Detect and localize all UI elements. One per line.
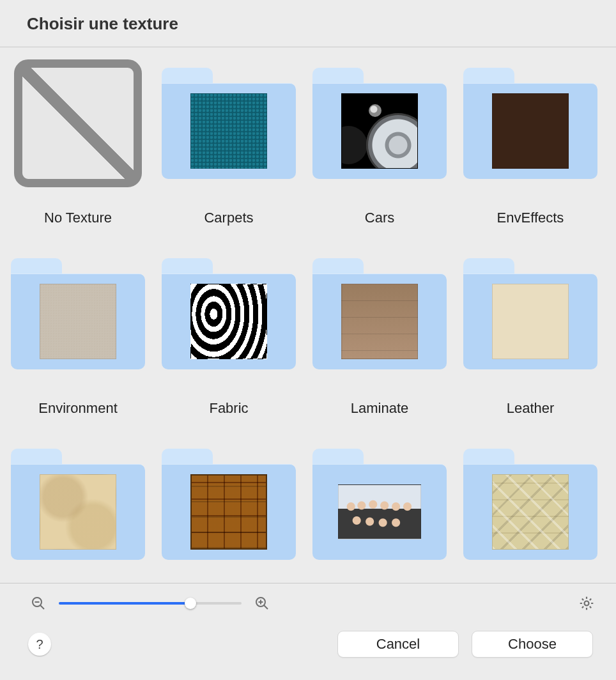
svg-point-7: [585, 601, 589, 606]
folder-icon: [11, 449, 145, 560]
texture-item-no-texture[interactable]: No Texture: [8, 56, 148, 228]
zoom-in-icon[interactable]: [253, 594, 271, 612]
texture-item-enveffects[interactable]: EnvEffects: [460, 56, 601, 228]
content-frame: No TextureCarpetsCarsEnvEffectsEnvironme…: [0, 47, 616, 583]
choose-button[interactable]: Choose: [472, 631, 593, 658]
slider-thumb[interactable]: [185, 598, 196, 609]
texture-swatch: [492, 93, 569, 169]
texture-label: No Texture: [44, 210, 112, 228]
texture-swatch: [190, 284, 267, 359]
folder-icon: [463, 449, 597, 560]
svg-line-1: [40, 605, 44, 609]
texture-label: Fabric: [209, 400, 248, 418]
texture-label: Leather: [507, 400, 555, 418]
texture-thumbnail: [312, 247, 447, 381]
texture-item-parquet[interactable]: [158, 437, 299, 583]
texture-swatch: [492, 474, 569, 550]
cancel-button[interactable]: Cancel: [337, 631, 459, 658]
texture-chooser-window: Choisir une texture No TextureCarpetsCar…: [0, 0, 616, 680]
texture-thumbnail: [162, 437, 296, 571]
texture-thumbnail: [463, 247, 597, 381]
folder-icon: [463, 68, 597, 179]
texture-swatch: [190, 93, 267, 169]
texture-label: Carpets: [204, 210, 253, 228]
texture-swatch: [40, 474, 116, 550]
texture-thumbnail: [312, 437, 447, 571]
window-title: Choisir une texture: [0, 0, 616, 47]
texture-thumbnail: [11, 247, 145, 381]
zoom-out-icon[interactable]: [29, 594, 47, 612]
texture-item-environment[interactable]: Environment: [8, 247, 148, 418]
texture-scroll-area[interactable]: No TextureCarpetsCarsEnvEffectsEnvironme…: [0, 47, 616, 583]
texture-swatch: [341, 93, 418, 169]
texture-thumbnail: [463, 437, 597, 571]
texture-item-cars[interactable]: Cars: [309, 56, 450, 228]
folder-icon: [162, 258, 296, 369]
texture-thumbnail: [463, 56, 597, 190]
texture-grid: No TextureCarpetsCarsEnvEffectsEnvironme…: [0, 47, 616, 583]
texture-item-leather[interactable]: Leather: [460, 247, 601, 418]
folder-icon: [312, 258, 447, 369]
texture-item-carpets[interactable]: Carpets: [158, 56, 299, 228]
folder-icon: [162, 68, 296, 179]
folder-icon: [11, 258, 145, 369]
texture-thumbnail: [11, 56, 145, 190]
texture-thumbnail: [312, 56, 447, 190]
texture-label: Cars: [365, 210, 394, 228]
svg-line-4: [264, 605, 268, 609]
texture-thumbnail: [162, 247, 296, 381]
help-button[interactable]: ?: [28, 633, 51, 656]
gear-icon[interactable]: [578, 594, 596, 612]
texture-label: Laminate: [351, 400, 409, 418]
folder-icon: [463, 258, 597, 369]
texture-label: Environment: [38, 400, 118, 418]
texture-swatch: [338, 484, 421, 539]
texture-item-fabric[interactable]: Fabric: [158, 247, 299, 418]
slider-fill: [59, 602, 190, 605]
folder-icon: [312, 449, 447, 560]
no-texture-icon: [14, 59, 142, 187]
dialog-footer: ? Cancel Choose: [0, 617, 616, 658]
texture-item-laminate[interactable]: Laminate: [309, 247, 450, 418]
texture-swatch: [341, 284, 418, 359]
texture-thumbnail: [11, 437, 145, 571]
zoom-toolbar: [0, 583, 616, 617]
texture-label: EnvEffects: [497, 210, 564, 228]
texture-swatch: [40, 284, 116, 359]
texture-swatch: [190, 474, 267, 550]
folder-icon: [312, 68, 447, 179]
texture-swatch: [492, 284, 569, 359]
zoom-slider[interactable]: [59, 597, 242, 610]
texture-item-people[interactable]: [309, 437, 450, 583]
folder-icon: [162, 449, 296, 560]
texture-item-marble[interactable]: [8, 437, 148, 583]
texture-item-stone[interactable]: [460, 437, 601, 583]
texture-thumbnail: [162, 56, 296, 190]
